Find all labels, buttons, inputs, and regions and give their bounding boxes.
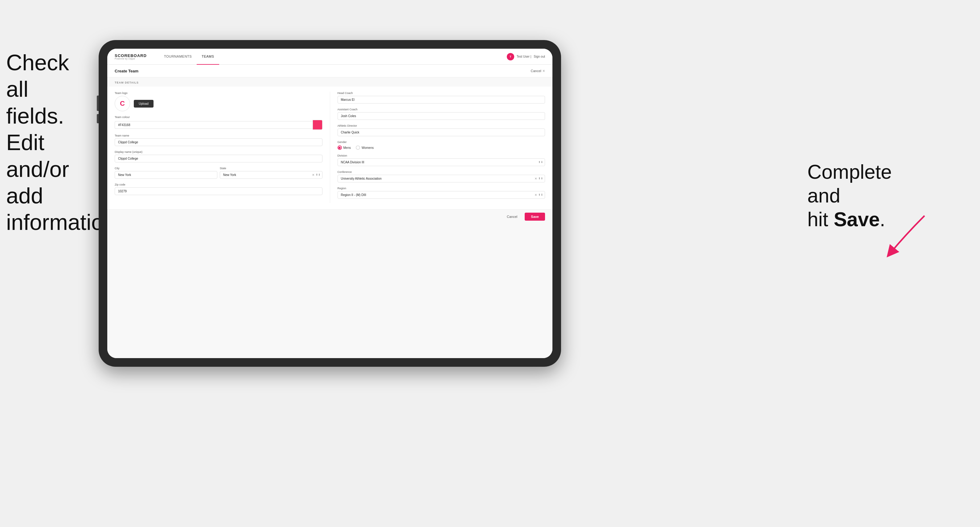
- division-group: Division ⬆⬇: [337, 154, 545, 166]
- navbar: SCOREBOARD Powered by clippd TOURNAMENTS…: [107, 49, 552, 65]
- athletic-dir-group: Athletic Director: [337, 124, 545, 136]
- instruction-line2: Edit and/or add: [6, 130, 69, 208]
- city-label: City: [115, 167, 217, 170]
- tablet-frame: SCOREBOARD Powered by clippd TOURNAMENTS…: [99, 40, 561, 367]
- gender-mens[interactable]: Mens: [337, 146, 351, 150]
- logo-label: Team logo: [115, 92, 323, 95]
- brand-title: SCOREBOARD: [115, 54, 147, 58]
- state-label: State: [220, 167, 323, 170]
- conference-group: Conference ✕ ⬆⬇: [337, 170, 545, 183]
- cancel-button[interactable]: Cancel: [503, 213, 522, 221]
- panel-header: Create Team Cancel ×: [107, 65, 552, 77]
- team-name-label: Team name: [115, 134, 323, 137]
- save-button[interactable]: Save: [525, 213, 545, 221]
- navbar-right: T Test User | Sign out: [507, 53, 545, 60]
- team-name-group: Team name: [115, 134, 323, 146]
- display-name-input[interactable]: [115, 155, 323, 162]
- city-input[interactable]: [115, 171, 217, 179]
- asst-coach-label: Assistant Coach: [337, 108, 545, 111]
- brand-logo: SCOREBOARD Powered by clippd: [115, 54, 147, 60]
- brand-subtitle: Powered by clippd: [115, 58, 147, 60]
- instruction-line1: Check all fields.: [6, 50, 69, 128]
- nav-tournaments[interactable]: TOURNAMENTS: [159, 49, 197, 65]
- section-label: TEAM DETAILS: [107, 77, 552, 87]
- gender-label: Gender: [337, 141, 545, 144]
- city-state-group: City State ✕ ⬆⬇: [115, 167, 323, 179]
- navbar-nav: TOURNAMENTS TEAMS: [159, 49, 507, 65]
- head-coach-group: Head Coach: [337, 92, 545, 103]
- cancel-label: Cancel: [531, 69, 541, 73]
- logo-area: C Upload: [115, 96, 323, 111]
- division-input[interactable]: [337, 159, 545, 166]
- complete-line1: Complete and: [807, 161, 892, 207]
- team-name-input[interactable]: [115, 138, 323, 146]
- zip-group: Zip code: [115, 183, 323, 195]
- gender-radio-group: Mens Womens: [337, 145, 545, 150]
- region-label: Region: [337, 187, 545, 190]
- panel-footer: Cancel Save: [107, 209, 552, 224]
- zip-label: Zip code: [115, 183, 323, 186]
- upload-button[interactable]: Upload: [134, 100, 154, 108]
- avatar: T: [507, 53, 514, 60]
- cancel-header-button[interactable]: Cancel ×: [531, 68, 545, 73]
- instruction-text: Check all fields. Edit and/or add inform…: [6, 49, 92, 236]
- state-input[interactable]: [220, 171, 323, 179]
- colour-swatch[interactable]: [313, 120, 323, 130]
- team-colour-group: Team colour: [115, 116, 323, 130]
- gender-group: Gender Mens Womens: [337, 141, 545, 150]
- conference-label: Conference: [337, 170, 545, 173]
- region-input[interactable]: [337, 191, 545, 199]
- conference-input[interactable]: [337, 175, 545, 183]
- colour-input[interactable]: [115, 121, 313, 129]
- region-group: Region ✕ ⬆⬇: [337, 187, 545, 199]
- form-col-right: Head Coach Assistant Coach Athletic Dire…: [330, 92, 545, 203]
- user-label: Test User |: [517, 55, 531, 58]
- signout-link[interactable]: Sign out: [534, 55, 545, 58]
- complete-line2: hit Save.: [807, 208, 885, 230]
- conference-select-wrap: ✕ ⬆⬇: [337, 175, 545, 183]
- logo-circle: C: [115, 96, 130, 111]
- head-coach-input[interactable]: [337, 96, 545, 103]
- division-label: Division: [337, 154, 545, 157]
- head-coach-label: Head Coach: [337, 92, 545, 95]
- display-name-label: Display name (unique): [115, 151, 323, 154]
- asst-coach-group: Assistant Coach: [337, 108, 545, 120]
- logo-letter: C: [120, 100, 125, 108]
- nav-teams[interactable]: TEAMS: [197, 49, 219, 65]
- mens-label: Mens: [344, 146, 351, 149]
- conference-clear-icon[interactable]: ✕: [535, 177, 537, 180]
- display-name-group: Display name (unique): [115, 151, 323, 162]
- state-wrap: State ✕ ⬆⬇: [220, 167, 323, 179]
- tablet-screen: SCOREBOARD Powered by clippd TOURNAMENTS…: [107, 49, 552, 358]
- womens-label: Womens: [362, 146, 374, 149]
- panel-title: Create Team: [115, 69, 138, 73]
- zip-input[interactable]: [115, 187, 323, 195]
- complete-text: Complete and hit Save.: [807, 160, 924, 398]
- division-select-wrap: ⬆⬇: [337, 159, 545, 166]
- region-clear-icon[interactable]: ✕: [535, 193, 537, 197]
- mens-radio-dot[interactable]: [337, 146, 342, 150]
- womens-radio-dot[interactable]: [356, 146, 360, 150]
- colour-label: Team colour: [115, 116, 323, 119]
- city-wrap: City: [115, 167, 217, 179]
- state-select-wrap: ✕ ⬆⬇: [220, 171, 323, 179]
- colour-field-wrap: [115, 120, 323, 130]
- right-arrow-icon: [875, 210, 937, 259]
- team-logo-group: Team logo C Upload: [115, 92, 323, 111]
- city-state-row: City State ✕ ⬆⬇: [115, 167, 323, 179]
- close-icon: ×: [542, 68, 545, 73]
- main-content: Create Team Cancel × TEAM DETAILS Team l…: [107, 65, 552, 358]
- form-body: Team logo C Upload Team colour: [107, 87, 552, 209]
- state-clear-icon[interactable]: ✕: [312, 173, 315, 176]
- asst-coach-input[interactable]: [337, 112, 545, 120]
- region-select-wrap: ✕ ⬆⬇: [337, 191, 545, 199]
- athletic-dir-input[interactable]: [337, 129, 545, 136]
- gender-womens[interactable]: Womens: [356, 146, 374, 150]
- form-col-left: Team logo C Upload Team colour: [115, 92, 330, 203]
- athletic-dir-label: Athletic Director: [337, 124, 545, 127]
